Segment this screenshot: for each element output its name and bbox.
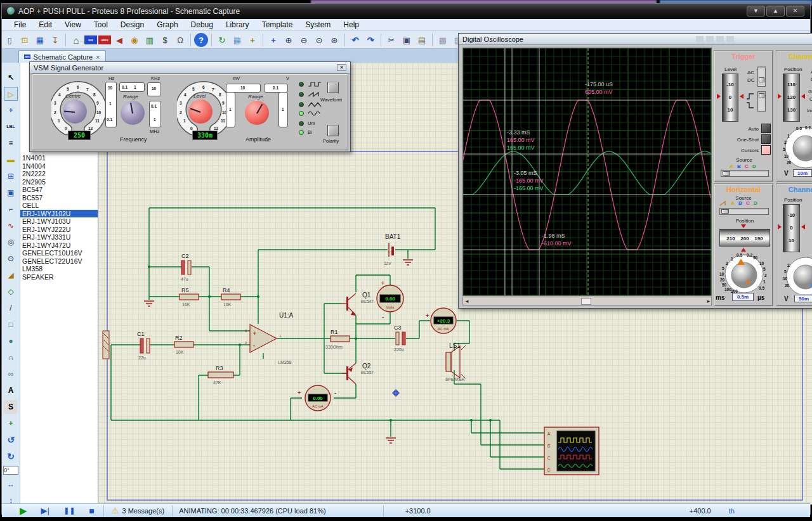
marker-icon[interactable]: + <box>4 416 18 430</box>
circle-2d-icon[interactable]: ● <box>4 334 18 348</box>
list-item[interactable]: CELL <box>20 202 98 210</box>
h-position-gauge[interactable]: 210 200 190 <box>719 229 770 247</box>
list-item[interactable]: 1N4001 <box>20 154 98 162</box>
list-item[interactable]: ERJ-1WYJ472U <box>20 241 98 250</box>
zoom-out-icon[interactable]: ⊖ <box>297 33 311 47</box>
path-2d-icon[interactable]: ∞ <box>4 367 18 381</box>
import-icon[interactable]: ↧ <box>48 33 62 47</box>
tab-close-icon[interactable]: × <box>96 53 100 61</box>
cursors-button[interactable] <box>761 145 771 155</box>
mirror-horizontal-icon[interactable]: ↔ <box>4 477 18 491</box>
grid-icon[interactable]: ▦ <box>230 33 244 47</box>
capacitor-c1[interactable]: C1 22u <box>137 331 150 360</box>
voltage-probe-icon[interactable]: ◢ <box>4 268 18 282</box>
list-item[interactable]: GENELECT10U16V <box>20 249 98 257</box>
level-knob[interactable] <box>188 100 213 124</box>
list-item[interactable]: 2N2905 <box>20 178 98 186</box>
refresh-icon[interactable]: ↻ <box>215 33 229 47</box>
edge-switch[interactable] <box>757 91 766 112</box>
frequency-range-knob[interactable] <box>121 101 145 125</box>
osc-toolbar-icon[interactable] <box>696 36 704 42</box>
centre-knob[interactable] <box>63 100 87 124</box>
amplitude-range-knob[interactable] <box>245 101 269 125</box>
osc-h-scrollbar[interactable]: ◄ ► <box>462 297 712 306</box>
list-item-selected[interactable]: ERJ-1WYJ102U <box>20 210 98 218</box>
vsm-close-icon[interactable]: ✕ <box>337 64 346 71</box>
osc-toolbar-icon[interactable] <box>726 36 734 42</box>
capacitor-c3[interactable]: C3 220u <box>394 325 405 352</box>
h-source-a[interactable]: A <box>731 200 735 206</box>
list-item[interactable]: BC557 <box>20 194 98 202</box>
home-icon[interactable]: ⌂ <box>69 33 83 47</box>
paste-icon[interactable]: ▤ <box>415 33 429 47</box>
tab-schematic-capture[interactable]: ISIS Schematic Capture × <box>18 50 106 63</box>
menu-edit[interactable]: Edit <box>33 20 58 30</box>
text-2d-icon[interactable]: A <box>4 383 18 397</box>
osc-title-bar[interactable]: Digital Oscilloscope <box>459 34 812 45</box>
resistor-r3[interactable]: R3 47K <box>208 365 233 385</box>
speaker-icon[interactable]: ◀ <box>112 33 126 47</box>
a-gain-knob[interactable]: 0.5 0.2 0.1 1 2 5 10 20 <box>780 124 812 169</box>
line-2d-icon[interactable]: / <box>4 301 18 315</box>
terminal-icon[interactable]: ▣ <box>4 186 18 200</box>
input-terminal[interactable] <box>103 331 109 359</box>
h-source-d[interactable]: D <box>754 200 757 206</box>
symbol-2d-icon[interactable]: S <box>4 400 18 414</box>
rotate-cw-icon[interactable]: ↺ <box>4 433 18 447</box>
play-button[interactable]: ▶ <box>20 505 27 517</box>
transistor-q1[interactable]: Q1 BC547 <box>341 292 374 316</box>
trigger-level-gauge[interactable]: -10 0 10 <box>722 74 738 122</box>
list-item[interactable]: ERJ-1WYJ331U <box>20 233 98 241</box>
rotate-ccw-icon[interactable]: ↻ <box>4 449 18 463</box>
rotation-angle-input[interactable] <box>3 466 18 475</box>
oneshot-button[interactable] <box>761 134 771 144</box>
osc-display[interactable]: -175.00 uS 605.00 mV -3.33 mS 165.00 mV … <box>462 48 712 296</box>
close-button[interactable]: ✕ <box>786 6 804 16</box>
resistor-r5[interactable]: R5 16K <box>180 287 199 307</box>
scope-part[interactable]: A B C D <box>544 427 599 475</box>
scroll-left-icon[interactable]: ◄ <box>464 299 469 304</box>
source-b[interactable]: B <box>737 164 741 169</box>
auto-button[interactable] <box>761 124 771 133</box>
selection-pointer-icon[interactable]: ↖ <box>4 70 18 84</box>
zoom-all-icon[interactable]: ⊛ <box>327 33 341 47</box>
graph-mode-icon[interactable]: ∿ <box>4 219 18 233</box>
save-icon[interactable]: ▦ <box>33 33 47 47</box>
menu-help[interactable]: Help <box>337 20 365 30</box>
h-source-c[interactable]: C <box>746 200 750 206</box>
stop-button[interactable]: ■ <box>89 506 94 516</box>
list-item[interactable]: ERJ-1WYJ103U <box>20 217 98 226</box>
open-folder-icon[interactable]: ⊡ <box>18 33 32 47</box>
step-button[interactable]: ▶| <box>41 506 49 515</box>
arc-2d-icon[interactable]: ∩ <box>4 351 18 364</box>
scroll-right-icon[interactable]: ► <box>706 299 711 304</box>
zoom-area-icon[interactable]: ⊙ <box>312 33 326 47</box>
ammeter-bottom[interactable]: 0.00 AC mA + - <box>298 385 336 411</box>
list-item[interactable]: ERJ-1WYJ222U <box>20 226 98 234</box>
osc-toolbar-icon[interactable] <box>716 36 724 42</box>
list-item[interactable]: GENELECT22U16V <box>20 257 98 266</box>
copy-icon[interactable]: ▣ <box>400 33 414 47</box>
capacitor-c2[interactable]: C2 47u <box>181 253 191 281</box>
redo-icon[interactable]: ↷ <box>363 33 377 47</box>
pause-button[interactable]: ❚❚ <box>63 506 75 515</box>
waveform-button[interactable] <box>327 82 339 93</box>
resistor-r2[interactable]: R2 10K <box>174 335 193 354</box>
help-icon[interactable]: ? <box>194 33 208 47</box>
message-count[interactable]: 3 Message(s) <box>122 507 164 515</box>
pan-icon[interactable]: + <box>266 33 280 47</box>
source-c[interactable]: C <box>745 164 749 169</box>
menu-view[interactable]: View <box>59 20 87 30</box>
b-position-gauge[interactable]: -10 0 10 <box>783 204 800 252</box>
bom-icon[interactable]: $ <box>158 33 172 47</box>
zoom-in-icon[interactable]: ⊕ <box>282 33 296 47</box>
box-2d-icon[interactable]: □ <box>4 318 18 331</box>
resistor-r1[interactable]: R1 330Ohm <box>325 329 350 349</box>
transistor-q2[interactable]: Q2 BC557 <box>342 363 374 384</box>
resistor-r4[interactable]: R4 16K <box>221 287 240 307</box>
menu-library[interactable]: Library <box>220 20 255 30</box>
list-item[interactable]: BC547 <box>20 186 98 194</box>
list-item[interactable]: 2N2222 <box>20 170 98 178</box>
bus-icon[interactable]: ▬ <box>4 153 18 167</box>
menu-file[interactable]: File <box>8 20 32 30</box>
